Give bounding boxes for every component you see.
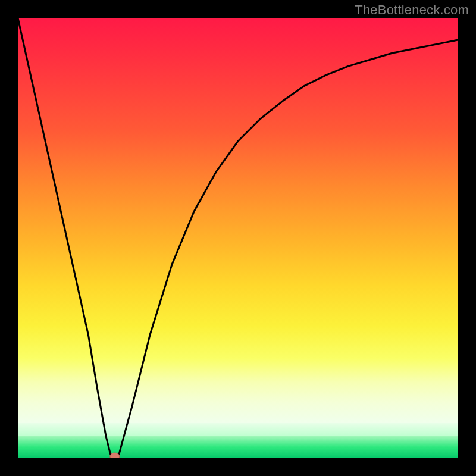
curve-layer (18, 18, 458, 458)
watermark-text: TheBottleneck.com (355, 2, 469, 18)
plot-area (18, 18, 458, 458)
chart-frame: TheBottleneck.com (0, 0, 476, 476)
optimal-point-marker (110, 453, 120, 458)
bottleneck-curve (18, 18, 458, 458)
